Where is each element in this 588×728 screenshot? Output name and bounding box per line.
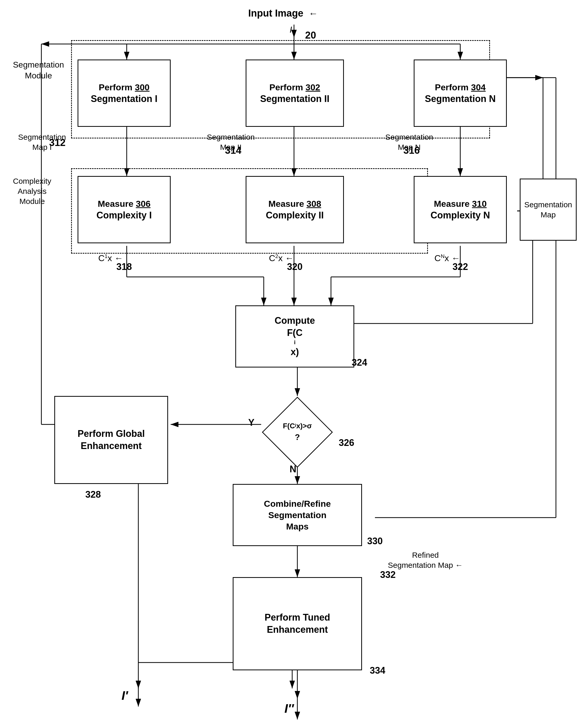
svg-text:?: ? bbox=[295, 432, 300, 442]
seg-map-ii-label: SegmentationMap II bbox=[207, 132, 255, 152]
output-i-dprime: I″ bbox=[285, 701, 294, 715]
num-326: 326 bbox=[339, 437, 354, 448]
tuned-box: Perform TunedEnhancement bbox=[233, 577, 362, 670]
num-318: 318 bbox=[117, 261, 132, 272]
num-324: 324 bbox=[352, 357, 367, 368]
svg-marker-39 bbox=[262, 397, 332, 467]
segmentation-module-label: SegmentationModule bbox=[13, 60, 64, 81]
svg-text:F(Cix)>σ: F(Cix)>σ bbox=[283, 422, 312, 430]
comp1-box: Measure 306 Complexity I bbox=[78, 176, 171, 243]
seg-map-standalone-box: SegmentationMap bbox=[520, 179, 576, 241]
i-label: I bbox=[290, 25, 292, 35]
compN-box: Measure 310 Complexity N bbox=[414, 176, 507, 243]
segN-box: Perform 304 Segmentation N bbox=[414, 60, 507, 127]
num-334: 334 bbox=[370, 665, 385, 676]
num-320: 320 bbox=[287, 261, 302, 272]
complexity-module-label: ComplexityAnalysisModule bbox=[13, 176, 51, 206]
no-label: N bbox=[290, 463, 296, 476]
seg1-box: Perform 300 Segmentation I bbox=[78, 60, 171, 127]
num-312: 312 bbox=[49, 137, 65, 148]
decision-diamond: F(Cix)>σ ? bbox=[261, 396, 334, 468]
output-i-prime: I′ bbox=[122, 688, 128, 703]
num-332: 332 bbox=[380, 569, 396, 580]
input-image-label: Input Image ← bbox=[248, 8, 318, 19]
yes-label: Y bbox=[248, 417, 254, 429]
global-box: Perform GlobalEnhancement bbox=[54, 396, 168, 484]
refined-seg-map-label: RefinedSegmentation Map ← bbox=[388, 550, 463, 570]
num-330: 330 bbox=[367, 536, 383, 547]
combine-box: Combine/RefineSegmentationMaps bbox=[233, 484, 362, 546]
comp2-box: Measure 308 Complexity II bbox=[246, 176, 344, 243]
num-328: 328 bbox=[85, 489, 101, 500]
seg2-box: Perform 302 Segmentation II bbox=[246, 60, 344, 127]
compute-box: ComputeF(Cix) bbox=[235, 305, 354, 367]
num-20: 20 bbox=[305, 30, 316, 41]
seg-map-n-label: SegmentationMap N bbox=[385, 132, 433, 152]
num-322: 322 bbox=[453, 261, 468, 272]
